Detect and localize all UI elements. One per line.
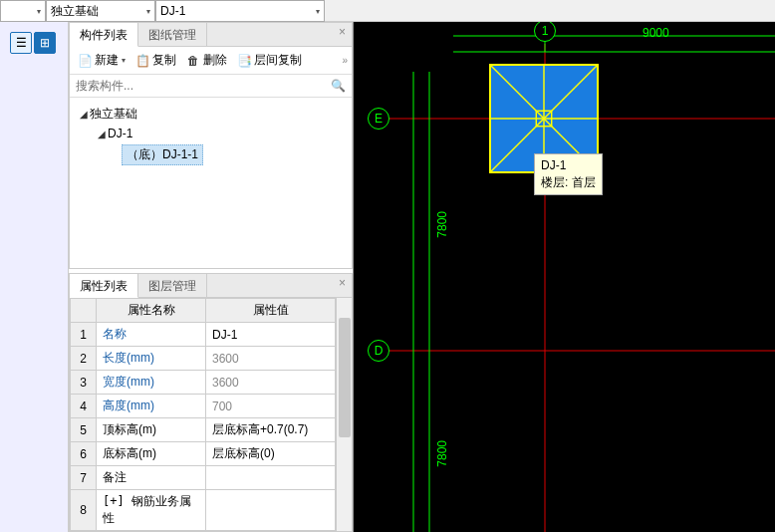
tree-child-label: DJ-1 — [108, 127, 132, 140]
tooltip-line1: DJ-1 — [541, 157, 596, 174]
element-tooltip: DJ-1 楼层: 首层 — [534, 153, 603, 195]
tree-leaf-label: （底）DJ-1-1 — [122, 144, 203, 165]
list-icon: ☰ — [16, 36, 27, 50]
chevron-down-icon: ▾ — [146, 7, 150, 16]
copy-button[interactable]: 📋 复制 — [131, 50, 180, 71]
header-propname: 属性名称 — [97, 299, 206, 323]
dropdown-blank[interactable]: ▾ — [0, 0, 46, 22]
search-icon[interactable]: 🔍 — [325, 79, 352, 93]
toolbar-overflow[interactable]: » — [342, 55, 348, 66]
header-blank — [71, 299, 97, 323]
scrollbar[interactable] — [336, 298, 352, 531]
component-list-panel: 构件列表 图纸管理 × 📄 新建 ▾ 📋 复制 🗑 删除 — [69, 22, 353, 269]
chevron-down-icon: ▾ — [37, 7, 41, 16]
table-row[interactable]: 3宽度(mm)3600 — [71, 371, 336, 395]
scrollbar-thumb[interactable] — [339, 318, 351, 437]
tab-property-list[interactable]: 属性列表 — [70, 274, 138, 298]
new-button[interactable]: 📄 新建 ▾ — [74, 50, 129, 71]
component-tree: ◢ 独立基础 ◢ DJ-1 （底）DJ-1-1 — [70, 98, 352, 268]
dropdown-component[interactable]: DJ-1 ▾ — [155, 0, 325, 22]
tab-layer-mgmt[interactable]: 图层管理 — [138, 274, 207, 297]
drawing-canvas[interactable]: 1 E D 9000 7800 7800 DJ-1 楼层: 首层 — [354, 22, 775, 532]
property-table: 属性名称 属性值 1名称DJ-1 2长度(mm)3600 3宽度(mm)3600… — [70, 298, 336, 531]
new-icon: 📄 — [78, 54, 92, 68]
chevron-down-icon: ▾ — [122, 56, 126, 65]
collapse-icon[interactable]: ◢ — [96, 129, 108, 139]
dimension-7800b: 7800 — [435, 440, 449, 467]
dropdown-component-value: DJ-1 — [160, 4, 185, 18]
delete-button[interactable]: 🗑 删除 — [182, 50, 231, 71]
dropdown-category[interactable]: 独立基础 ▾ — [46, 0, 155, 22]
table-row[interactable]: 4高度(mm)700 — [71, 395, 336, 418]
new-label: 新建 — [95, 52, 119, 69]
table-row[interactable]: 1名称DJ-1 — [71, 323, 336, 347]
panel-close-button[interactable]: × — [333, 274, 352, 297]
expand-icon[interactable]: [+] — [103, 494, 131, 508]
chevron-down-icon: ▾ — [316, 7, 320, 16]
layer-copy-button[interactable]: 📑 层间复制 — [233, 50, 306, 71]
layer-copy-label: 层间复制 — [254, 52, 302, 69]
table-row[interactable]: 5顶标高(m)层底标高+0.7(0.7) — [71, 418, 336, 442]
delete-label: 删除 — [203, 52, 227, 69]
grid-icon: ⊞ — [40, 36, 50, 50]
delete-icon: 🗑 — [186, 54, 200, 68]
table-row[interactable]: 7备注 — [71, 466, 336, 490]
search-input[interactable] — [70, 75, 325, 97]
tree-node-root[interactable]: ◢ 独立基础 — [74, 104, 348, 125]
tree-root-label: 独立基础 — [90, 106, 137, 123]
copy-label: 复制 — [152, 52, 176, 69]
tab-component-list[interactable]: 构件列表 — [70, 23, 138, 47]
dimension-9000: 9000 — [643, 26, 669, 40]
property-panel: 属性列表 图层管理 × 属性名称 属性值 1名称DJ-1 2长度(mm)3600… — [69, 273, 353, 532]
collapse-icon[interactable]: ◢ — [78, 109, 90, 120]
table-row[interactable]: 2长度(mm)3600 — [71, 347, 336, 371]
table-row[interactable]: 8[+] 钢筋业务属性 — [71, 490, 336, 531]
left-toolbar: ☰ ⊞ — [0, 22, 69, 532]
grid-bubble-d: D — [368, 340, 389, 362]
dimension-7800a: 7800 — [435, 211, 449, 238]
header-propvalue: 属性值 — [206, 299, 336, 323]
list-view-button[interactable]: ☰ — [10, 32, 32, 54]
layer-copy-icon: 📑 — [237, 54, 251, 68]
copy-icon: 📋 — [135, 54, 149, 68]
tooltip-line2: 楼层: 首层 — [541, 174, 596, 191]
dropdown-category-value: 独立基础 — [51, 3, 99, 20]
tab-drawing-mgmt[interactable]: 图纸管理 — [138, 23, 207, 46]
tree-node-leaf[interactable]: （底）DJ-1-1 — [74, 142, 348, 167]
grid-view-button[interactable]: ⊞ — [34, 32, 56, 54]
grid-bubble-e: E — [368, 108, 389, 130]
tree-node-child[interactable]: ◢ DJ-1 — [74, 125, 348, 142]
table-row[interactable]: 6底标高(m)层底标高(0) — [71, 442, 336, 466]
panel-close-button[interactable]: × — [333, 23, 352, 46]
